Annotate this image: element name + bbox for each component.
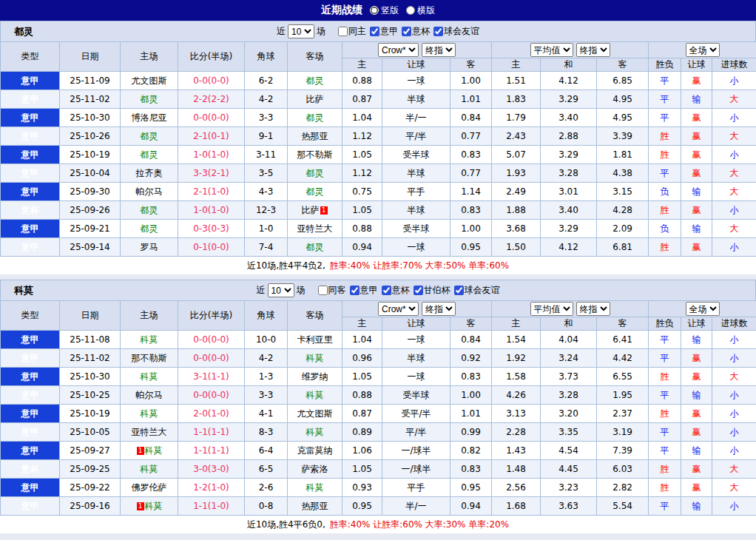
col-score: 比分(半场) <box>178 42 245 72</box>
asian-handicap-cell: 平/半 <box>382 423 450 442</box>
col-asian-home: 主 <box>342 58 382 72</box>
result-cell: 胜 <box>649 479 681 497</box>
away-team-cell: 比萨1 <box>288 201 342 220</box>
euro-home-odds-cell: 1.48 <box>492 460 541 479</box>
league-checkbox[interactable] <box>414 286 423 295</box>
asian-handicap-cell: 一/球半 <box>382 442 450 460</box>
euro-away-odds-cell: 4.28 <box>597 201 649 220</box>
match-row: 意甲25-11-08科莫0-0(0-0)10-0卡利亚里1.04一球0.841.… <box>1 331 756 349</box>
euro-home-odds-cell: 1.79 <box>492 109 541 127</box>
corner-cell: 3-5 <box>245 164 288 183</box>
league-filter-gamper: 甘伯杯 <box>412 284 450 297</box>
euro-odds-group: 平均值终指 <box>492 42 649 58</box>
euro-away-odds-cell: 6.55 <box>597 368 649 386</box>
team-name: 佛罗伦萨 <box>132 482 167 493</box>
goals-result-cell: 大 <box>712 220 756 238</box>
handicap-result-cell: 输 <box>681 386 712 405</box>
euro-draw-odds-cell: 3.28 <box>541 386 597 405</box>
same-venue-checkbox[interactable] <box>318 286 328 295</box>
euro-avg-select[interactable]: 平均值 <box>530 302 573 316</box>
corner-cell: 4-2 <box>245 90 288 109</box>
team-name: 都灵 <box>306 112 324 123</box>
home-team-cell: 都灵 <box>121 146 178 164</box>
same-venue-filter: 同主 <box>337 25 366 38</box>
team-name: 亚特兰大 <box>297 223 333 234</box>
asian-home-odds-cell: 0.87 <box>342 90 382 109</box>
league-checkbox[interactable] <box>370 27 379 36</box>
goals-scope-select[interactable]: 全场 <box>686 302 720 316</box>
league-checkbox[interactable] <box>454 286 464 295</box>
euro-home-odds-cell: 2.49 <box>492 183 541 201</box>
euro-home-odds-cell: 2.56 <box>492 479 541 497</box>
home-team-cell: 都灵 <box>121 201 178 220</box>
goals-result-cell: 小 <box>712 72 756 90</box>
euro-draw-odds-cell: 3.28 <box>541 164 597 183</box>
away-team-cell: 科莫 <box>288 349 342 368</box>
league-checkbox[interactable] <box>382 286 391 295</box>
away-team-cell: 维罗纳 <box>288 368 342 386</box>
team-name: 科莫 <box>141 408 158 419</box>
away-team-cell: 热那亚 <box>288 497 342 516</box>
handicap-result-cell: 输 <box>681 331 712 349</box>
asian-home-odds-cell: 1.04 <box>342 331 382 349</box>
vertical-layout-radio[interactable] <box>370 6 379 15</box>
asian-handicap-cell: 受半球 <box>382 220 450 238</box>
asian-handicap-cell: 受平/半 <box>382 405 450 423</box>
league-type-cell: 意甲 <box>1 146 60 164</box>
score-cell: 3-0(3-0) <box>178 460 245 479</box>
match-row: 意甲25-10-30科莫3-1(1-1)1-3维罗纳1.05一球0.831.58… <box>1 368 756 386</box>
bookmaker-select[interactable]: Crow* <box>378 43 419 57</box>
league-type-cell: 意甲 <box>1 331 60 349</box>
match-row: 意杯25-09-26都灵1-0(1-0)12-3比萨11.05半球0.831.8… <box>1 201 756 220</box>
home-team-cell: 1科莫 <box>121 442 178 460</box>
euro-away-odds-cell: 4.38 <box>597 164 649 183</box>
euro-home-odds-cell: 1.50 <box>492 238 541 257</box>
corner-cell: 1-0 <box>245 220 288 238</box>
match-row: 意甲25-11-02那不勒斯0-0(0-0)4-2科莫0.96半球0.921.9… <box>1 349 756 368</box>
same-venue-checkbox[interactable] <box>338 27 348 36</box>
asian-home-odds-cell: 0.88 <box>342 386 382 405</box>
asian-handicap-cell: 一球 <box>382 72 450 90</box>
layout-option-horizontal: 横版 <box>406 4 435 17</box>
league-checkbox[interactable] <box>402 27 411 36</box>
euro-avg-select[interactable]: 平均值 <box>530 43 573 57</box>
bookmaker-select[interactable]: Crow* <box>378 302 419 316</box>
home-team-cell: 科莫 <box>121 405 178 423</box>
score-cell: 1-0(1-0) <box>178 201 245 220</box>
asian-handicap-cell: 一球 <box>382 368 450 386</box>
match-date-cell: 25-09-21 <box>60 220 121 238</box>
league-type-cell: 意甲 <box>1 72 60 90</box>
goals-scope-select[interactable]: 全场 <box>686 43 720 57</box>
league-filter-coppa: 意杯 <box>380 284 410 297</box>
matches-label: 场 <box>317 25 325 38</box>
league-label: 球会友谊 <box>444 25 479 38</box>
score-cell: 1-0(1-0) <box>178 146 245 164</box>
match-row: 意甲25-09-22佛罗伦萨1-2(1-0)2-6科莫0.93平手0.952.5… <box>1 479 756 497</box>
handicap-result-cell: 赢 <box>681 127 712 146</box>
asian-stage-select[interactable]: 终指 <box>422 43 456 57</box>
asian-stage-select[interactable]: 终指 <box>422 302 456 316</box>
col-corner: 角球 <box>245 301 288 331</box>
euro-away-odds-cell: 2.82 <box>597 479 649 497</box>
euro-stage-select[interactable]: 终指 <box>576 43 610 57</box>
match-date-cell: 25-10-19 <box>60 405 121 423</box>
euro-away-odds-cell: 4.42 <box>597 349 649 368</box>
euro-draw-odds-cell: 3.40 <box>541 201 597 220</box>
euro-away-odds-cell: 1.95 <box>597 386 649 405</box>
home-team-cell: 佛罗伦萨 <box>121 479 178 497</box>
asian-away-odds-cell: 0.99 <box>450 423 492 442</box>
team-name: 科莫 <box>145 445 163 456</box>
euro-stage-select[interactable]: 终指 <box>576 302 610 316</box>
col-handicap-result: 让球 <box>681 317 712 331</box>
league-type-cell: 意甲 <box>1 368 60 386</box>
team-name: 科莫 <box>141 371 158 382</box>
horizontal-layout-radio[interactable] <box>406 6 415 15</box>
match-row: 意甲25-10-25帕尔马0-0(0-0)3-3科莫0.88受半球1.004.2… <box>1 386 756 405</box>
asian-handicap-cell: 半/一 <box>382 497 450 516</box>
asian-home-odds-cell: 1.12 <box>342 164 382 183</box>
match-date-cell: 25-09-26 <box>60 201 121 220</box>
league-checkbox[interactable] <box>433 27 443 36</box>
league-checkbox[interactable] <box>350 286 360 295</box>
match-count-select[interactable]: 10 <box>288 24 314 38</box>
match-count-select[interactable]: 10 <box>268 283 294 297</box>
